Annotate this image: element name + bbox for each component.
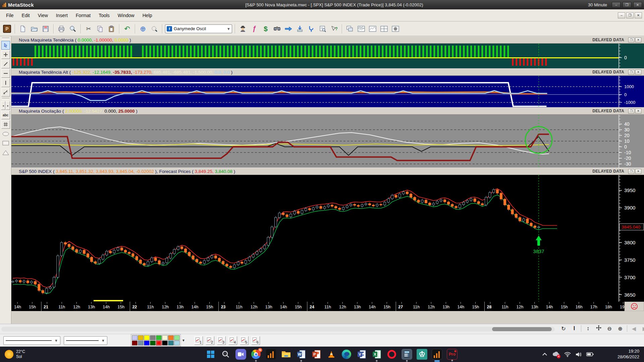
copy-icon[interactable] bbox=[95, 24, 105, 34]
chart-window-icon[interactable] bbox=[368, 24, 378, 34]
scroll-right-button[interactable]: ▸ bbox=[6, 101, 10, 110]
undo-icon[interactable]: ↶ bbox=[122, 24, 132, 34]
color-swatch[interactable] bbox=[162, 335, 168, 340]
context-help-icon[interactable]: ? bbox=[329, 24, 339, 34]
close-button[interactable]: ✕ bbox=[633, 2, 642, 8]
vertical-line-tool[interactable] bbox=[1, 78, 10, 87]
calculator-icon[interactable] bbox=[401, 349, 412, 360]
wifi-icon[interactable] bbox=[564, 352, 571, 357]
panel-tendencia-alt[interactable]: 10000-1000 bbox=[11, 76, 644, 107]
oscilacao-plot[interactable]: 403020100-10-20-30 bbox=[11, 115, 644, 168]
edge-icon[interactable] bbox=[341, 349, 352, 360]
palette-dropdown-icon[interactable]: ▼ bbox=[181, 335, 186, 346]
page-right-icon[interactable]: ▶ bbox=[641, 325, 644, 332]
chrome-icon[interactable]: N bbox=[251, 349, 261, 360]
window-options-icon[interactable] bbox=[390, 24, 400, 34]
tile-horizontal-icon[interactable] bbox=[356, 24, 366, 34]
text-tool[interactable]: abc bbox=[1, 111, 10, 119]
panel-restore-button[interactable]: ❐ bbox=[628, 70, 634, 75]
battery-icon[interactable] bbox=[586, 352, 594, 356]
panel-header-oscilacao[interactable]: Maquineta Oscilação ( 2.00000, -12.5427,… bbox=[11, 107, 644, 115]
taskbar-clock[interactable]: 19:20 28/06/2022 bbox=[618, 349, 639, 360]
pointer-tool[interactable] bbox=[1, 41, 10, 50]
color-swatch[interactable] bbox=[132, 335, 138, 340]
weather-widget[interactable]: 22°C Sol bbox=[0, 349, 67, 359]
panel-tendencia[interactable]: 0 bbox=[11, 44, 644, 68]
color-swatch[interactable] bbox=[138, 341, 144, 346]
menu-window[interactable]: Window bbox=[114, 11, 139, 19]
color-swatch[interactable] bbox=[174, 341, 180, 346]
horizontal-line-tool[interactable] bbox=[1, 69, 10, 78]
explorer-icon[interactable] bbox=[272, 24, 282, 34]
panel-restore-button[interactable]: ❐ bbox=[628, 169, 634, 174]
metastock-icon[interactable] bbox=[266, 349, 276, 360]
child-restore-button[interactable]: ❐ bbox=[626, 12, 634, 18]
menu-tools[interactable]: Tools bbox=[95, 11, 114, 19]
crosshair-tool[interactable] bbox=[1, 50, 10, 59]
scroll-left-button[interactable]: ◂ bbox=[1, 101, 5, 110]
color-swatch[interactable] bbox=[138, 335, 144, 340]
trendline-tool[interactable] bbox=[1, 60, 10, 68]
open-icon[interactable] bbox=[29, 24, 39, 34]
powerpoint-icon[interactable]: P bbox=[311, 349, 322, 360]
panel-close-button[interactable]: ✕ bbox=[635, 169, 641, 174]
paste-icon[interactable] bbox=[106, 24, 116, 34]
color-swatch[interactable] bbox=[144, 341, 150, 346]
sl-trendline-tool[interactable]: SL bbox=[1, 88, 10, 97]
tendencia-alt-plot[interactable]: 10000-1000 bbox=[11, 76, 644, 107]
print-icon[interactable] bbox=[56, 24, 66, 34]
time-axis[interactable]: 14h15h2111h12h13h14h15h2211h12h13h14h15h… bbox=[11, 302, 644, 311]
color-swatch[interactable] bbox=[144, 335, 150, 340]
file-explorer-icon[interactable] bbox=[281, 349, 291, 360]
panel-close-button[interactable]: ✕ bbox=[635, 38, 641, 43]
chess-app-icon[interactable]: ♔ bbox=[417, 349, 427, 360]
line-style-combo[interactable]: ▼ bbox=[3, 336, 60, 345]
grid-tool[interactable] bbox=[1, 120, 10, 129]
menu-help[interactable]: Help bbox=[139, 11, 156, 19]
page-left-icon[interactable]: ◀ bbox=[630, 325, 638, 332]
volume-icon[interactable] bbox=[576, 352, 582, 357]
color-swatch[interactable] bbox=[156, 335, 162, 340]
opera-icon[interactable] bbox=[386, 349, 397, 360]
layout-button-4[interactable]: 4 bbox=[228, 336, 237, 345]
tendencia-plot[interactable]: 0 bbox=[11, 44, 644, 68]
menu-edit[interactable]: Edit bbox=[18, 11, 34, 19]
expert-advisor-icon[interactable] bbox=[238, 24, 248, 34]
panel-close-button[interactable]: ✕ bbox=[635, 109, 641, 114]
onedrive-error-icon[interactable]: ✕ bbox=[552, 351, 559, 358]
triangle-tool[interactable] bbox=[1, 148, 10, 157]
panel-sp500[interactable]: 38373950390038003750370036503845.040 bbox=[11, 175, 644, 302]
layout-button-1[interactable]: 1 bbox=[194, 336, 203, 345]
scrollbar-thumb[interactable] bbox=[492, 327, 552, 331]
panel-close-button[interactable]: ✕ bbox=[635, 70, 641, 75]
save-icon[interactable] bbox=[41, 24, 51, 34]
metastock-active-icon[interactable] bbox=[432, 349, 442, 360]
horizontal-scrollbar[interactable] bbox=[1, 327, 555, 331]
teams-icon[interactable] bbox=[235, 349, 246, 360]
cascade-windows-icon[interactable] bbox=[345, 24, 355, 34]
visio-icon[interactable]: V bbox=[356, 349, 367, 360]
system-tester-icon[interactable]: $ bbox=[261, 24, 271, 34]
panel-restore-button[interactable]: ❐ bbox=[628, 38, 634, 43]
maximize-button[interactable]: ❐ bbox=[623, 2, 631, 8]
downloader-icon[interactable] bbox=[295, 24, 305, 34]
color-swatch[interactable] bbox=[168, 341, 174, 346]
ellipse-tool[interactable] bbox=[1, 129, 10, 138]
layout-button-6[interactable]: 6 bbox=[251, 336, 260, 345]
print-preview-icon[interactable] bbox=[68, 24, 78, 34]
sp500-plot[interactable]: 38373950390038003750370036503845.040 bbox=[11, 175, 644, 302]
chart-inspect-icon[interactable] bbox=[318, 24, 328, 34]
plugin-icon[interactable] bbox=[306, 24, 316, 34]
excel-icon[interactable]: X bbox=[371, 349, 382, 360]
refresh-icon[interactable]: ↻ bbox=[559, 325, 568, 332]
toolbox-grip[interactable] bbox=[2, 98, 9, 100]
child-minimize-button[interactable]: – bbox=[618, 12, 625, 18]
child-close-button[interactable]: ✕ bbox=[635, 12, 642, 18]
rectangle-tool[interactable] bbox=[1, 139, 10, 147]
menu-format[interactable]: Format bbox=[72, 11, 95, 19]
tray-chevron-icon[interactable] bbox=[542, 353, 547, 356]
panel-header-tendencia[interactable]: Nova Maquineta Tendência ( 0.0000, -1.00… bbox=[11, 36, 644, 44]
pan-icon[interactable] bbox=[595, 325, 603, 332]
metastock-p-icon[interactable]: P bbox=[2, 24, 12, 34]
layout-button-3[interactable]: 3 bbox=[217, 336, 226, 345]
